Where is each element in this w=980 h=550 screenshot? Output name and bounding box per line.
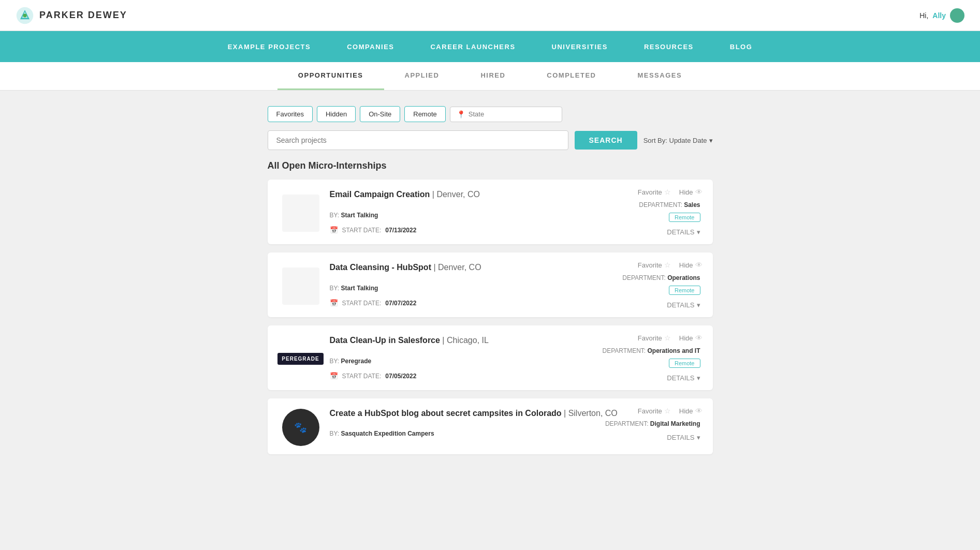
job-dept-name-3: Operations and IT [647, 347, 700, 354]
job-right-meta-1: DEPARTMENT: Sales Remote DETAILS ▾ [639, 201, 700, 236]
hide-btn-1[interactable]: Hide 👁 [679, 188, 703, 196]
job-info-3: Favorite ☆ Hide 👁 Data Clean-Up in Sales… [330, 336, 700, 382]
calendar-icon-3: 📅 [330, 372, 338, 380]
search-button[interactable]: SEARCH [575, 131, 637, 150]
favorite-label-1: Favorite [638, 188, 662, 196]
tab-hired[interactable]: HIRED [460, 62, 526, 90]
search-input[interactable] [268, 130, 568, 150]
job-dept-name-2: Operations [667, 274, 700, 281]
peregrade-logo: PEREGRADE [277, 353, 323, 365]
job-bottom-4: BY: Sasquatch Expedition Campers DEPARTM… [330, 420, 700, 441]
details-btn-4[interactable]: DETAILS ▾ [667, 434, 700, 441]
remote-filter-btn[interactable]: Remote [404, 106, 446, 122]
chevron-down-icon-2: ▾ [697, 301, 700, 309]
details-btn-1[interactable]: DETAILS ▾ [667, 228, 700, 236]
nav-item-resources[interactable]: RESOURCES [641, 31, 696, 62]
job-actions-1: Favorite ☆ Hide 👁 [638, 188, 703, 196]
avatar-icon[interactable] [950, 8, 964, 23]
job-card: Favorite ☆ Hide 👁 Email Campaign Creatio… [268, 180, 713, 244]
hidden-filter-btn[interactable]: Hidden [317, 106, 356, 122]
job-title-text-2: Data Cleansing - HubSpot [330, 263, 431, 272]
hide-label-4: Hide [679, 407, 693, 415]
remote-badge-1: Remote [669, 213, 700, 222]
nav-item-universities[interactable]: UNIVERSITIES [549, 31, 610, 62]
nav-item-companies[interactable]: COMPANIES [344, 31, 397, 62]
job-title-text-4: Create a HubSpot blog about secret camps… [330, 409, 562, 418]
hide-label-3: Hide [679, 334, 693, 342]
remote-badge-3: Remote [669, 359, 700, 368]
job-logo-4: 🐾 [280, 409, 321, 446]
job-actions-4: Favorite ☆ Hide 👁 [638, 407, 703, 415]
svg-point-3 [23, 13, 26, 17]
star-icon-2: ☆ [664, 261, 671, 269]
job-company-name-1: Start Talking [341, 212, 378, 219]
sort-by-dropdown[interactable]: Sort By: Update Date ▾ [643, 137, 713, 144]
chevron-down-icon-1: ▾ [697, 228, 700, 236]
nav-bar: EXAMPLE PROJECTS COMPANIES CAREER LAUNCH… [0, 31, 980, 62]
job-location-1: | Denver, CO [432, 190, 480, 199]
job-dept-meta-1: DEPARTMENT: Sales [639, 201, 700, 209]
job-company-meta-3: BY: Peregrade [330, 358, 372, 365]
job-date-row-2: 📅 START DATE: 07/07/2022 [330, 299, 417, 307]
tabs-bar: OPPORTUNITIES APPLIED HIRED COMPLETED ME… [0, 62, 980, 91]
nav-item-career-launchers[interactable]: CAREER LAUNCHERS [428, 31, 518, 62]
start-date-val-2: 07/07/2022 [385, 300, 416, 307]
job-left-meta-3: BY: Peregrade 📅 START DATE: 07/05/2022 [330, 358, 417, 382]
nav-item-example-projects[interactable]: EXAMPLE PROJECTS [225, 31, 314, 62]
details-label-4: DETAILS [667, 434, 694, 441]
favorite-btn-1[interactable]: Favorite ☆ [638, 188, 671, 196]
filter-row: Favorites Hidden On-Site Remote 📍 [268, 106, 713, 122]
state-filter-wrap: 📍 [450, 107, 562, 122]
chevron-down-icon-3: ▾ [697, 374, 700, 382]
job-location-2: | Denver, CO [433, 263, 481, 272]
job-title-text-3: Data Clean-Up in Salesforce [330, 336, 440, 345]
job-actions-3: Favorite ☆ Hide 👁 [638, 334, 703, 342]
eye-icon-2: 👁 [695, 261, 703, 269]
state-input[interactable] [469, 110, 555, 118]
tab-completed[interactable]: COMPLETED [526, 62, 617, 90]
job-bottom-1: BY: Start Talking 📅 START DATE: 07/13/20… [330, 201, 700, 236]
sasquatch-logo: 🐾 [282, 409, 319, 446]
favorite-btn-3[interactable]: Favorite ☆ [638, 334, 671, 342]
main-content: Favorites Hidden On-Site Remote 📍 SEARCH… [257, 91, 723, 478]
start-date-val-1: 07/13/2022 [385, 227, 416, 234]
job-right-meta-4: DEPARTMENT: Digital Marketing DETAILS ▾ [605, 420, 700, 441]
job-left-meta-4: BY: Sasquatch Expedition Campers [330, 430, 434, 441]
tab-applied[interactable]: APPLIED [384, 62, 460, 90]
chevron-down-icon-4: ▾ [697, 434, 700, 441]
job-dept-meta-3: DEPARTMENT: Operations and IT [603, 347, 700, 354]
job-dept-meta-2: DEPARTMENT: Operations [622, 274, 700, 281]
job-right-meta-3: DEPARTMENT: Operations and IT Remote DET… [603, 347, 700, 382]
favorite-btn-4[interactable]: Favorite ☆ [638, 407, 671, 415]
job-meta-row-1: BY: Start Talking [330, 212, 417, 219]
job-company-meta-2: BY: Start Talking [330, 285, 378, 292]
hide-btn-2[interactable]: Hide 👁 [679, 261, 703, 269]
header: PARKER DEWEY Hi, Ally [0, 0, 980, 31]
job-dept-name-4: Digital Marketing [650, 420, 700, 427]
hide-label-1: Hide [679, 188, 693, 196]
job-location-3: | Chicago, IL [442, 336, 489, 345]
details-btn-3[interactable]: DETAILS ▾ [667, 374, 700, 382]
job-company-name-3: Peregrade [341, 358, 372, 365]
tab-opportunities[interactable]: OPPORTUNITIES [277, 62, 384, 90]
section-title: All Open Micro-Internships [268, 160, 713, 171]
hide-btn-3[interactable]: Hide 👁 [679, 334, 703, 342]
nav-item-blog[interactable]: BLOG [727, 31, 755, 62]
job-card-2: Favorite ☆ Hide 👁 Data Cleansing - HubSp… [268, 252, 713, 317]
job-logo-1 [280, 190, 321, 236]
job-title-text-1: Email Campaign Creation [330, 190, 430, 199]
job-card-4: 🐾 Favorite ☆ Hide 👁 Create a HubSpot blo… [268, 398, 713, 454]
hide-btn-4[interactable]: Hide 👁 [679, 407, 703, 415]
start-date-label-2: START DATE: [342, 300, 382, 307]
job-dept-name-1: Sales [684, 201, 700, 209]
job-left-meta-2: BY: Start Talking 📅 START DATE: 07/07/20… [330, 285, 417, 309]
tab-messages[interactable]: MESSAGES [617, 62, 703, 90]
favorites-filter-btn[interactable]: Favorites [268, 106, 313, 122]
job-info-1: Favorite ☆ Hide 👁 Email Campaign Creatio… [330, 190, 700, 236]
logo-area[interactable]: PARKER DEWEY [16, 6, 127, 25]
favorite-btn-2[interactable]: Favorite ☆ [638, 261, 671, 269]
job-company-name-2: Start Talking [341, 285, 378, 292]
start-date-val-3: 07/05/2022 [385, 373, 416, 380]
onsite-filter-btn[interactable]: On-Site [360, 106, 400, 122]
details-btn-2[interactable]: DETAILS ▾ [667, 301, 700, 309]
